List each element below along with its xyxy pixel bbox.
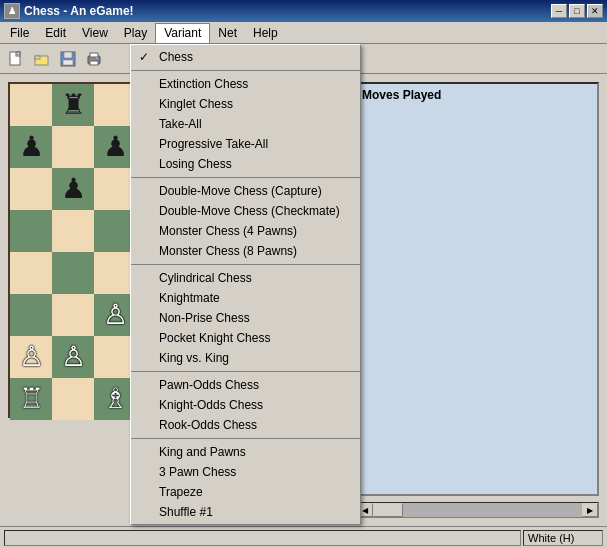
variant-menu-item-doublemove-cap[interactable]: Double-Move Chess (Capture) [131, 181, 360, 201]
board-cell[interactable] [52, 252, 94, 294]
variant-menu-item-pawnodds[interactable]: Pawn-Odds Chess [131, 375, 360, 395]
board-cell[interactable] [52, 210, 94, 252]
menu-separator [131, 264, 360, 265]
minimize-button[interactable]: ─ [551, 4, 567, 18]
open-button[interactable] [30, 48, 54, 70]
status-bar: White (H) [0, 526, 607, 548]
variant-menu-item-doublemove-chk[interactable]: Double-Move Chess (Checkmate) [131, 201, 360, 221]
menu-variant[interactable]: Variant [155, 23, 210, 43]
board-cell[interactable]: ♟ [52, 168, 94, 210]
scroll-right-button[interactable]: ▶ [582, 503, 598, 517]
menu-help[interactable]: Help [245, 23, 286, 43]
variant-menu-item-knightmate[interactable]: Knightmate [131, 288, 360, 308]
scroll-thumb[interactable] [373, 503, 403, 517]
svg-rect-6 [64, 52, 72, 58]
board-cell[interactable]: ♟ [10, 126, 52, 168]
variant-menu-item-monster8[interactable]: Monster Chess (8 Pawns) [131, 241, 360, 261]
status-right: White (H) [523, 530, 603, 546]
variant-menu-item-shuffle1[interactable]: Shuffle #1 [131, 502, 360, 522]
menu-bar: File Edit View Play Variant Net Help [0, 22, 607, 44]
variant-menu-item-knightodds[interactable]: Knight-Odds Chess [131, 395, 360, 415]
board-cell[interactable] [10, 252, 52, 294]
horizontal-scrollbar[interactable]: ◀ ▶ [356, 502, 599, 518]
menu-play[interactable]: Play [116, 23, 155, 43]
window-title: Chess - An eGame! [24, 4, 134, 18]
svg-rect-9 [90, 53, 98, 57]
variant-menu-item-trapeze[interactable]: Trapeze [131, 482, 360, 502]
app-icon: ♟ [4, 3, 20, 19]
board-cell[interactable] [52, 126, 94, 168]
moves-panel: Moves Played [356, 82, 599, 496]
title-bar: ♟ Chess - An eGame! ─ □ ✕ [0, 0, 607, 22]
variant-dropdown: ChessExtinction ChessKinglet ChessTake-A… [130, 44, 361, 525]
board-cell[interactable] [10, 84, 52, 126]
board-cell[interactable] [10, 210, 52, 252]
moves-title: Moves Played [362, 88, 593, 102]
menu-separator [131, 177, 360, 178]
menu-view[interactable]: View [74, 23, 116, 43]
save-button[interactable] [56, 48, 80, 70]
menu-separator [131, 371, 360, 372]
svg-rect-4 [35, 56, 40, 59]
maximize-button[interactable]: □ [569, 4, 585, 18]
variant-menu-item-3pawn[interactable]: 3 Pawn Chess [131, 462, 360, 482]
menu-separator [131, 70, 360, 71]
status-left [4, 530, 521, 546]
close-button[interactable]: ✕ [587, 4, 603, 18]
svg-rect-10 [90, 61, 98, 65]
variant-menu-item-chess[interactable]: Chess [131, 47, 360, 67]
board-cell[interactable] [10, 294, 52, 336]
print-button[interactable] [82, 48, 106, 70]
variant-menu-item-pocket[interactable]: Pocket Knight Chess [131, 328, 360, 348]
variant-menu-item-losing[interactable]: Losing Chess [131, 154, 360, 174]
variant-menu-item-takeall[interactable]: Take-All [131, 114, 360, 134]
variant-menu-item-monster4[interactable]: Monster Chess (4 Pawns) [131, 221, 360, 241]
svg-rect-7 [63, 60, 73, 65]
variant-menu-item-kinglet[interactable]: Kinglet Chess [131, 94, 360, 114]
variant-menu-item-nonprise[interactable]: Non-Prise Chess [131, 308, 360, 328]
board-cell[interactable] [52, 378, 94, 420]
variant-menu-item-cylindrical[interactable]: Cylindrical Chess [131, 268, 360, 288]
window-controls: ─ □ ✕ [551, 4, 603, 18]
board-cell[interactable] [52, 294, 94, 336]
scroll-track[interactable] [373, 503, 582, 517]
board-cell[interactable]: ♜ [52, 84, 94, 126]
variant-menu-item-progressive[interactable]: Progressive Take-All [131, 134, 360, 154]
variant-menu-item-rookodds[interactable]: Rook-Odds Chess [131, 415, 360, 435]
variant-menu-item-extinction[interactable]: Extinction Chess [131, 74, 360, 94]
menu-edit[interactable]: Edit [37, 23, 74, 43]
board-cell[interactable]: ♖ [10, 378, 52, 420]
side-panel: Moves Played ◀ ▶ [352, 74, 607, 526]
board-cell[interactable]: ♙ [52, 336, 94, 378]
variant-menu-item-kingpawns[interactable]: King and Pawns [131, 442, 360, 462]
menu-file[interactable]: File [2, 23, 37, 43]
svg-rect-11 [96, 57, 98, 59]
board-cell[interactable]: ♙ [10, 336, 52, 378]
menu-separator [131, 438, 360, 439]
new-button[interactable] [4, 48, 28, 70]
menu-net[interactable]: Net [210, 23, 245, 43]
variant-menu-item-kingvsking[interactable]: King vs. King [131, 348, 360, 368]
board-cell[interactable] [10, 168, 52, 210]
